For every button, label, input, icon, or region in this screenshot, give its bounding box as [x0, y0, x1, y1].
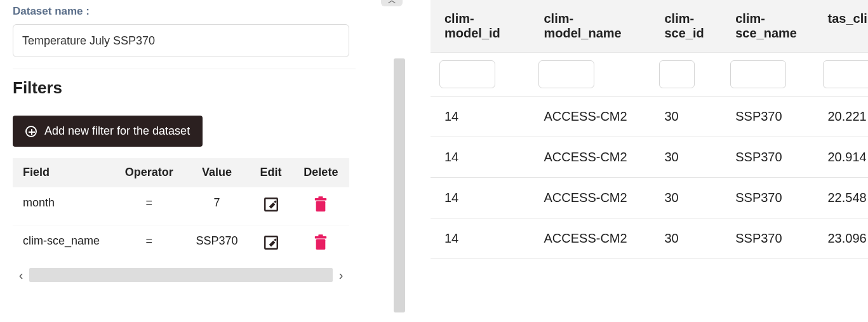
column-filter-input[interactable] [439, 60, 495, 88]
cell-clim-model-name: ACCESS-CM2 [530, 97, 650, 137]
vertical-scrollbar[interactable] [394, 58, 405, 312]
plus-circle-icon [25, 126, 37, 137]
cell-clim-model-id: 14 [431, 218, 530, 259]
edit-icon[interactable] [263, 196, 279, 213]
col-tas-climate[interactable]: tas_climate [814, 0, 869, 53]
table-row: 14 ACCESS-CM2 30 SSP370 20.221 [431, 97, 868, 137]
cell-clim-sce-id: 30 [650, 178, 721, 218]
section-divider [13, 69, 356, 69]
col-clim-model-id[interactable]: clim-model_id [431, 0, 530, 53]
scroll-right-icon[interactable]: › [333, 268, 349, 283]
config-panel: Dataset name : Temperature July SSP370 F… [0, 0, 394, 322]
svg-rect-6 [315, 236, 326, 239]
cell-tas-climate: 20.221 [814, 97, 869, 137]
scroll-left-icon[interactable]: ‹ [13, 268, 29, 283]
filter-field: clim-sce_name [13, 225, 114, 264]
cell-clim-model-name: ACCESS-CM2 [530, 218, 650, 259]
column-filter-input[interactable] [730, 60, 786, 88]
svg-rect-2 [315, 198, 326, 201]
cell-clim-model-id: 14 [431, 137, 530, 178]
table-row: 14 ACCESS-CM2 30 SSP370 23.096 [431, 218, 868, 259]
add-filter-label: Add new filter for the dataset [44, 124, 190, 138]
column-filter-input[interactable] [823, 60, 869, 88]
table-row: 14 ACCESS-CM2 30 SSP370 22.548 [431, 178, 868, 218]
cell-clim-sce-name: SSP370 [721, 178, 813, 218]
edit-icon[interactable] [263, 234, 279, 251]
cell-tas-climate: 20.914 [814, 137, 869, 178]
filter-value: 7 [185, 187, 250, 225]
cell-clim-sce-id: 30 [650, 218, 721, 259]
svg-rect-3 [319, 196, 323, 198]
cell-clim-model-name: ACCESS-CM2 [530, 137, 650, 178]
col-edit: Edit [249, 158, 292, 187]
col-field: Field [13, 158, 114, 187]
col-clim-model-name[interactable]: clim-model_name [530, 0, 650, 53]
col-clim-sce-id[interactable]: clim-sce_id [650, 0, 721, 53]
cell-clim-model-name: ACCESS-CM2 [530, 178, 650, 218]
dataset-name-label: Dataset name : [13, 5, 381, 18]
scroll-track[interactable] [29, 268, 333, 282]
filters-table: Field Operator Value Edit Delete month =… [13, 158, 349, 263]
cell-clim-sce-id: 30 [650, 137, 721, 178]
data-header-row: clim-model_id clim-model_name clim-sce_i… [431, 0, 868, 53]
cell-clim-sce-name: SSP370 [721, 97, 813, 137]
col-clim-sce-name[interactable]: clim-sce_name [721, 0, 813, 53]
panel-splitter[interactable] [394, 0, 408, 322]
cell-clim-sce-name: SSP370 [721, 218, 813, 259]
horizontal-scrollbar[interactable]: ‹ › [13, 265, 349, 285]
svg-rect-7 [319, 234, 323, 236]
column-filter-input[interactable] [538, 60, 594, 88]
col-delete: Delete [293, 158, 349, 187]
col-operator: Operator [114, 158, 185, 187]
filters-heading: Filters [13, 78, 381, 98]
cell-clim-sce-name: SSP370 [721, 137, 813, 178]
svg-rect-1 [316, 201, 326, 212]
col-value: Value [185, 158, 250, 187]
cell-clim-model-id: 14 [431, 178, 530, 218]
cell-clim-model-id: 14 [431, 97, 530, 137]
add-filter-button[interactable]: Add new filter for the dataset [13, 116, 203, 147]
trash-icon[interactable] [314, 196, 328, 213]
cell-tas-climate: 23.096 [814, 218, 869, 259]
filter-row: clim-sce_name = SSP370 [13, 225, 349, 264]
table-row: 14 ACCESS-CM2 30 SSP370 20.914 [431, 137, 868, 178]
data-table: clim-model_id clim-model_name clim-sce_i… [431, 0, 868, 259]
chevron-up-down-icon [386, 0, 397, 5]
column-filter-input[interactable] [659, 60, 695, 88]
filter-field: month [13, 187, 114, 225]
cell-clim-sce-id: 30 [650, 97, 721, 137]
filter-operator: = [114, 187, 185, 225]
dataset-name-value: Temperature July SSP370 [22, 34, 155, 48]
trash-icon[interactable] [314, 234, 328, 251]
filters-header-row: Field Operator Value Edit Delete [13, 158, 349, 187]
filter-value: SSP370 [185, 225, 250, 264]
column-filter-row [431, 53, 868, 97]
data-preview-panel: clim-model_id clim-model_name clim-sce_i… [408, 0, 868, 322]
filter-row: month = 7 [13, 187, 349, 225]
dataset-name-input[interactable]: Temperature July SSP370 [13, 24, 349, 57]
cell-tas-climate: 22.548 [814, 178, 869, 218]
collapse-handle[interactable] [381, 0, 403, 6]
filter-operator: = [114, 225, 185, 264]
svg-rect-5 [316, 239, 326, 250]
